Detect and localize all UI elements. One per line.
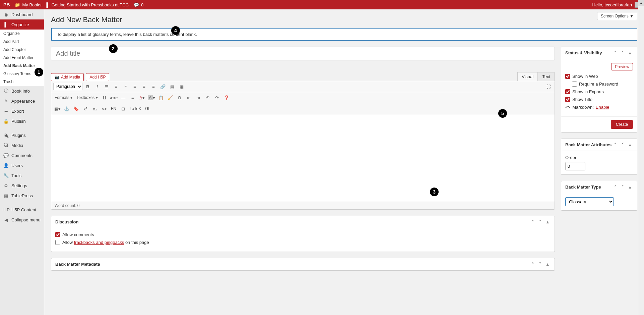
title-input[interactable] bbox=[51, 47, 555, 60]
bookmark-button[interactable]: 🔖 bbox=[72, 105, 80, 113]
show-web-checkbox[interactable] bbox=[565, 74, 570, 79]
panel-up-icon[interactable]: ˄ bbox=[612, 142, 618, 147]
paste-button[interactable]: 📋 bbox=[157, 94, 165, 102]
sidebar-media[interactable]: 🖼Media bbox=[0, 140, 44, 150]
paragraph-select[interactable]: Paragraph bbox=[53, 83, 82, 90]
formats-dropdown[interactable]: Formats ▾ bbox=[53, 95, 74, 100]
sidebar-organize[interactable]: ▌Organize bbox=[0, 19, 44, 30]
sub-add-part[interactable]: Add Part bbox=[0, 38, 44, 46]
panel-down-icon[interactable]: ˅ bbox=[537, 219, 543, 224]
panel-toggle-icon[interactable]: ▴ bbox=[627, 185, 633, 190]
anchor-button[interactable]: ⚓ bbox=[63, 105, 71, 113]
sidebar-settings[interactable]: ⚙Settings bbox=[0, 180, 44, 191]
require-password-checkbox[interactable] bbox=[572, 82, 577, 87]
scroll-up-icon[interactable]: ▲ bbox=[638, 0, 644, 6]
indent-button[interactable]: ⇥ bbox=[194, 94, 202, 102]
panel-toggle-icon[interactable]: ▴ bbox=[544, 219, 551, 224]
back-matter-type-select[interactable]: Glossary bbox=[565, 197, 614, 206]
blockquote-button[interactable]: ❝ bbox=[121, 83, 129, 91]
allow-trackbacks-checkbox[interactable] bbox=[55, 240, 60, 245]
fullscreen-button[interactable]: ⛶ bbox=[544, 83, 553, 91]
subscript-button[interactable]: x₂ bbox=[91, 105, 99, 113]
special-char-button[interactable]: Ω bbox=[176, 94, 184, 102]
trackbacks-link[interactable]: trackbacks and pingbacks bbox=[74, 240, 124, 245]
panel-down-icon[interactable]: ˅ bbox=[537, 262, 543, 267]
sidebar-h5p[interactable]: H·PH5P Content bbox=[0, 205, 44, 215]
latex-button[interactable]: LaTeX bbox=[128, 106, 142, 111]
bold-button[interactable]: B bbox=[84, 83, 92, 91]
code-button[interactable]: <> bbox=[100, 105, 108, 113]
help-button[interactable]: ❓ bbox=[222, 94, 231, 102]
panel-down-icon[interactable]: ˅ bbox=[620, 185, 626, 190]
sub-organize[interactable]: Organize bbox=[0, 30, 44, 38]
add-media-button[interactable]: 📷Add Media bbox=[51, 73, 84, 81]
panel-up-icon[interactable]: ˄ bbox=[530, 262, 536, 267]
panel-toggle-icon[interactable]: ▴ bbox=[627, 50, 633, 55]
bgcolor-button[interactable]: A▾ bbox=[147, 94, 155, 102]
allow-comments-checkbox[interactable] bbox=[55, 232, 60, 237]
sidebar-users[interactable]: 👤Users bbox=[0, 160, 44, 170]
footnote-button[interactable]: FN bbox=[110, 106, 118, 111]
panel-down-icon[interactable]: ˅ bbox=[620, 50, 626, 55]
sidebar-dashboard[interactable]: ◉Dashboard bbox=[0, 9, 44, 19]
superscript-button[interactable]: x² bbox=[81, 105, 89, 113]
panel-up-icon[interactable]: ˄ bbox=[612, 185, 618, 190]
tab-text[interactable]: Text bbox=[538, 72, 555, 81]
pb-logo[interactable]: PB bbox=[3, 2, 10, 7]
panel-down-icon[interactable]: ˅ bbox=[620, 142, 626, 147]
comments-link[interactable]: 💬 0 bbox=[134, 2, 143, 7]
align-center-button[interactable]: ≡ bbox=[140, 83, 148, 91]
my-books-link[interactable]: 📁 My Books bbox=[15, 2, 41, 7]
preview-button[interactable]: Preview bbox=[611, 63, 633, 70]
panel-up-icon[interactable]: ˄ bbox=[530, 219, 536, 224]
sidebar-appearance[interactable]: ✎Appearance bbox=[0, 96, 44, 106]
sub-add-chapter[interactable]: Add Chapter bbox=[0, 46, 44, 54]
outdent-button[interactable]: ⇤ bbox=[185, 94, 193, 102]
sidebar-plugins[interactable]: 🔌Plugins bbox=[0, 130, 44, 140]
readmore-button[interactable]: ▤ bbox=[168, 83, 176, 91]
align-left-button[interactable]: ≡ bbox=[131, 83, 139, 91]
grid-button[interactable]: ⊞ bbox=[119, 105, 127, 113]
sidebar-collapse[interactable]: ◀Collapse menu bbox=[0, 215, 44, 225]
create-button[interactable]: Create bbox=[611, 120, 633, 129]
sub-trash[interactable]: Trash bbox=[0, 78, 44, 86]
sub-add-front[interactable]: Add Front Matter bbox=[0, 54, 44, 62]
number-list-button[interactable]: ≡ bbox=[112, 83, 120, 91]
bullet-list-button[interactable]: ☰ bbox=[103, 83, 111, 91]
tab-visual[interactable]: Visual bbox=[517, 72, 538, 81]
current-book-link[interactable]: ▌ Getting Started with Pressbooks at TCC bbox=[47, 2, 129, 7]
show-exports-checkbox[interactable] bbox=[565, 89, 570, 94]
clear-format-button[interactable]: 🧹 bbox=[166, 94, 174, 102]
panel-toggle-icon[interactable]: ▴ bbox=[544, 262, 551, 267]
screen-options-button[interactable]: Screen Options ▼ bbox=[597, 12, 637, 20]
panel-toggle-icon[interactable]: ▴ bbox=[627, 142, 633, 147]
order-input[interactable] bbox=[565, 162, 585, 170]
justify-button[interactable]: ≡ bbox=[129, 94, 137, 102]
hr-button[interactable]: — bbox=[119, 94, 127, 102]
sidebar-tablepress[interactable]: ▦TablePress bbox=[0, 191, 44, 201]
sidebar-tools[interactable]: 🔧Tools bbox=[0, 170, 44, 180]
scrollbar[interactable]: ▲ bbox=[638, 0, 644, 315]
sidebar-comments[interactable]: 💬Comments bbox=[0, 150, 44, 160]
hello-user[interactable]: Hello, tccoerlibrarian bbox=[592, 2, 632, 7]
show-title-checkbox[interactable] bbox=[565, 97, 570, 102]
glossary-button[interactable]: GL bbox=[144, 106, 152, 111]
sidebar-book-info[interactable]: ⓘBook Info bbox=[0, 86, 44, 96]
underline-button[interactable]: U bbox=[101, 94, 109, 102]
toolbar-toggle-button[interactable]: ▦ bbox=[178, 83, 186, 91]
link-button[interactable]: 🔗 bbox=[159, 83, 167, 91]
add-h5p-button[interactable]: Add H5P bbox=[86, 73, 109, 81]
textboxes-dropdown[interactable]: Textboxes ▾ bbox=[75, 95, 99, 100]
strike-button[interactable]: ᴀʙᴄ bbox=[110, 94, 118, 102]
sidebar-export[interactable]: ➦Export bbox=[0, 106, 44, 116]
undo-button[interactable]: ↶ bbox=[204, 94, 212, 102]
textcolor-button[interactable]: A▾ bbox=[138, 94, 146, 102]
redo-button[interactable]: ↷ bbox=[213, 94, 221, 102]
markdown-enable-link[interactable]: Enable bbox=[596, 105, 609, 110]
editor-body[interactable] bbox=[51, 114, 555, 202]
align-right-button[interactable]: ≡ bbox=[149, 83, 157, 91]
panel-up-icon[interactable]: ˄ bbox=[612, 50, 618, 55]
table-button[interactable]: ▦▾ bbox=[53, 105, 61, 113]
italic-button[interactable]: I bbox=[93, 83, 101, 91]
sidebar-publish[interactable]: 🔒Publish bbox=[0, 116, 44, 126]
